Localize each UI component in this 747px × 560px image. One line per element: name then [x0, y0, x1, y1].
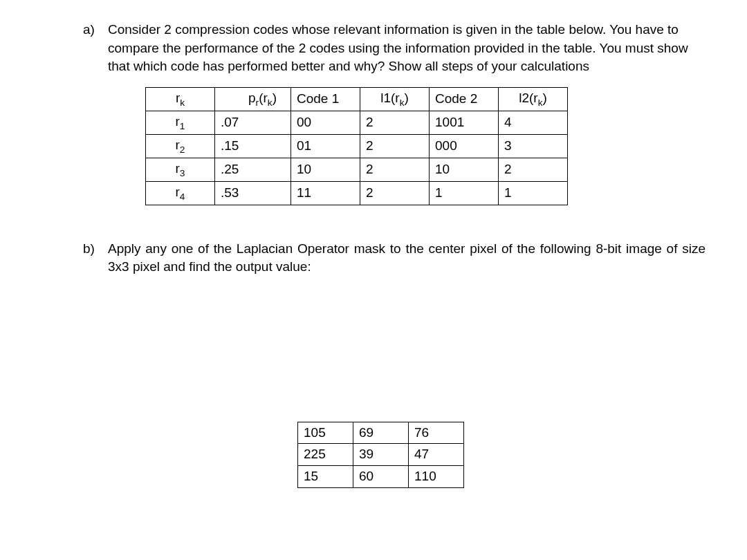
cell-code2: 1	[430, 181, 499, 205]
matrix-cell: 60	[353, 465, 409, 487]
header-code2: Code 2	[430, 87, 499, 111]
header-text: )	[273, 91, 277, 105]
image-matrix: 105 69 76 225 39 47 15 60 110	[297, 422, 464, 488]
header-text: (r	[259, 91, 268, 105]
matrix-cell: 110	[409, 465, 464, 487]
table-row: r2 .15 01 2 000 3	[146, 134, 568, 158]
cell-sub: 4	[180, 191, 185, 201]
matrix-cell: 105	[298, 422, 353, 444]
header-pr: pr(rk)	[215, 87, 291, 111]
header-text: p	[248, 91, 256, 105]
cell-l1: 2	[360, 158, 430, 181]
cell-l1: 2	[360, 111, 430, 134]
matrix-cell: 225	[298, 444, 353, 466]
table-row: r3 .25 10 2 10 2	[146, 158, 568, 181]
header-sub: k	[180, 97, 185, 108]
cell-rk: r2	[146, 134, 215, 158]
cell-pr: .25	[215, 158, 291, 181]
header-text: l1(r	[380, 91, 399, 105]
table-row: rk pr(rk) Code 1 l1(rk) Code 2 l2(rk)	[146, 87, 568, 111]
cell-code1: 01	[291, 134, 360, 158]
header-text: )	[404, 91, 408, 105]
question-a: a) Consider 2 compression codes whose re…	[83, 21, 706, 205]
table-row: r1 .07 00 2 1001 4	[146, 111, 568, 134]
table-row: r4 .53 11 2 1 1	[146, 181, 568, 205]
cell-rk: r4	[146, 181, 215, 205]
question-a-text: Consider 2 compression codes whose relev…	[108, 21, 706, 76]
matrix-cell: 15	[298, 465, 353, 487]
header-sub: k	[268, 97, 273, 108]
cell-rk: r3	[146, 158, 215, 181]
header-code1: Code 1	[291, 87, 360, 111]
table-row: 105 69 76	[298, 422, 464, 444]
cell-l2: 3	[499, 134, 568, 158]
cell-code2: 000	[430, 134, 499, 158]
cell-sub: 1	[180, 121, 185, 131]
cell-l2: 2	[499, 158, 568, 181]
question-a-row: a) Consider 2 compression codes whose re…	[83, 21, 706, 76]
question-b-row: b) Apply any one of the Laplacian Operat…	[83, 240, 706, 277]
cell-code2: 10	[430, 158, 499, 181]
cell-sub: 3	[180, 167, 185, 178]
table-row: 225 39 47	[298, 444, 464, 466]
question-b-text: Apply any one of the Laplacian Operator …	[108, 240, 706, 277]
header-text: )	[542, 91, 546, 105]
table-row: 15 60 110	[298, 465, 464, 487]
cell-l2: 4	[499, 111, 568, 134]
cell-code1: 10	[291, 158, 360, 181]
header-l1: l1(rk)	[360, 87, 430, 111]
cell-l2: 1	[499, 181, 568, 205]
cell-rk: r1	[146, 111, 215, 134]
header-l2: l2(rk)	[499, 87, 568, 111]
cell-pr: .07	[215, 111, 291, 134]
cell-pr: .15	[215, 134, 291, 158]
cell-code1: 11	[291, 181, 360, 205]
cell-pr: .53	[215, 181, 291, 205]
matrix-cell: 39	[353, 444, 409, 466]
codes-table: rk pr(rk) Code 1 l1(rk) Code 2 l2(rk) r1…	[145, 87, 568, 205]
question-b-label: b)	[83, 240, 108, 259]
cell-sub: 2	[180, 144, 185, 154]
cell-code2: 1001	[430, 111, 499, 134]
matrix-cell: 76	[409, 422, 464, 444]
question-a-label: a)	[83, 21, 108, 39]
header-rk: rk	[146, 87, 215, 111]
matrix-cell: 47	[409, 444, 464, 466]
cell-l1: 2	[360, 134, 430, 158]
matrix-cell: 69	[353, 422, 409, 444]
cell-l1: 2	[360, 181, 430, 205]
cell-code1: 00	[291, 111, 360, 134]
question-b: b) Apply any one of the Laplacian Operat…	[83, 240, 706, 488]
header-text: l2(r	[519, 91, 537, 105]
